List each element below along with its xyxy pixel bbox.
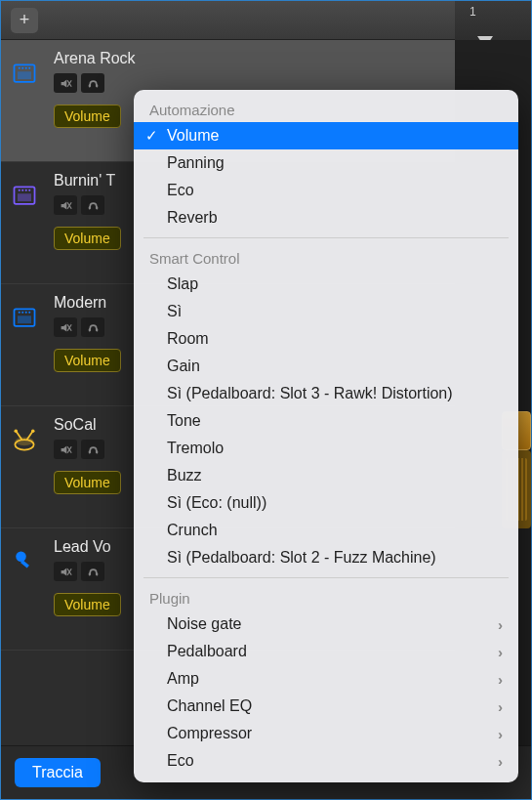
track-instrument-icon (1, 40, 48, 161)
menu-item[interactable]: Sì (Pedalboard: Slot 3 - Rawk! Distortio… (134, 380, 518, 407)
menu-item[interactable]: Compressor› (134, 720, 518, 747)
chevron-right-icon: › (498, 726, 503, 742)
track-name: Arena Rock (54, 50, 455, 67)
mute-button[interactable] (54, 195, 77, 215)
solo-headphones-button[interactable] (81, 562, 104, 581)
menu-item-label: Tremolo (167, 440, 224, 457)
menu-item-label: Room (167, 330, 209, 348)
menu-item[interactable]: Sì (Pedalboard: Slot 2 - Fuzz Machine) (134, 544, 518, 571)
automation-parameter-chip[interactable]: Volume (54, 227, 121, 250)
solo-headphones-button[interactable] (81, 73, 104, 93)
menu-item-label: Noise gate (167, 615, 242, 633)
chevron-right-icon: › (498, 753, 503, 770)
track-instrument-icon (1, 284, 48, 405)
menu-item[interactable]: Pedalboard› (134, 638, 518, 665)
menu-item[interactable]: Crunch (134, 517, 518, 544)
menu-item[interactable]: Tremolo (134, 435, 518, 462)
automation-parameter-chip[interactable]: Volume (54, 471, 121, 494)
mute-button[interactable] (54, 73, 77, 93)
menu-item[interactable]: Panning (134, 149, 518, 177)
chevron-right-icon: › (498, 671, 503, 688)
menu-item[interactable]: Channel EQ› (134, 693, 518, 720)
menu-item[interactable]: Volume (134, 122, 518, 149)
menu-item-label: Slap (167, 275, 198, 293)
ruler[interactable]: 1 (455, 1, 531, 40)
automation-parameter-chip[interactable]: Volume (54, 593, 121, 616)
menu-item-label: Amp (167, 670, 199, 688)
automation-parameter-menu: AutomazioneVolumePanningEcoReverbSmart C… (134, 90, 518, 782)
menu-item-label: Sì (167, 303, 182, 320)
menu-item-label: Buzz (167, 467, 202, 484)
toolbar: + (1, 1, 531, 40)
automation-parameter-chip[interactable]: Volume (54, 349, 121, 372)
menu-item-label: Crunch (167, 522, 218, 539)
ruler-marker: 1 (470, 5, 476, 19)
menu-item-label: Reverb (167, 209, 218, 227)
menu-item-label: Gain (167, 358, 200, 375)
menu-item-label: Channel EQ (167, 697, 252, 715)
menu-item[interactable]: Tone (134, 407, 518, 435)
menu-item[interactable]: Eco (134, 177, 518, 204)
menu-item-label: Sì (Pedalboard: Slot 3 - Rawk! Distortio… (167, 385, 453, 402)
menu-item[interactable]: Eco› (134, 747, 518, 775)
menu-item-label: Panning (167, 154, 225, 172)
menu-item[interactable]: Amp› (134, 665, 518, 693)
menu-item[interactable]: Reverb (134, 204, 518, 232)
menu-separator (143, 237, 509, 238)
track-instrument-icon (1, 162, 48, 283)
chevron-right-icon: › (498, 616, 503, 633)
track-instrument-icon (1, 528, 48, 650)
automation-parameter-chip[interactable]: Volume (54, 105, 121, 128)
mute-button[interactable] (54, 440, 77, 459)
track-instrument-icon (1, 406, 48, 527)
menu-item-label: Sì (Pedalboard: Slot 2 - Fuzz Machine) (167, 549, 436, 567)
menu-item[interactable]: Gain (134, 353, 518, 380)
menu-section-label: Smart Control (134, 244, 518, 271)
chevron-right-icon: › (498, 644, 503, 660)
solo-headphones-button[interactable] (81, 195, 104, 215)
menu-item-label: Eco (167, 752, 194, 770)
add-track-button[interactable]: + (11, 8, 38, 33)
menu-section-label: Plugin (134, 584, 518, 611)
solo-headphones-button[interactable] (81, 440, 104, 459)
menu-item[interactable]: Noise gate› (134, 611, 518, 638)
menu-item-label: Sì (Eco: (null)) (167, 494, 266, 512)
menu-section-label: Automazione (134, 96, 518, 122)
menu-item[interactable]: Slap (134, 271, 518, 298)
menu-item[interactable]: Buzz (134, 462, 518, 489)
mute-button[interactable] (54, 317, 77, 337)
app-frame: + 1 Arena Rock Volume Burnin' T (0, 0, 532, 800)
menu-item[interactable]: Room (134, 325, 518, 353)
solo-headphones-button[interactable] (81, 317, 104, 337)
chevron-right-icon: › (498, 698, 503, 715)
menu-item-label: Tone (167, 412, 201, 430)
menu-item-label: Eco (167, 182, 194, 199)
mute-button[interactable] (54, 562, 77, 581)
menu-separator (143, 577, 509, 578)
tab-traccia[interactable]: Traccia (15, 758, 101, 787)
menu-item[interactable]: Sì (134, 298, 518, 325)
menu-item-label: Pedalboard (167, 643, 247, 660)
menu-item-label: Volume (167, 127, 219, 145)
menu-item-label: Compressor (167, 725, 252, 742)
menu-item[interactable]: Sì (Eco: (null)) (134, 489, 518, 517)
